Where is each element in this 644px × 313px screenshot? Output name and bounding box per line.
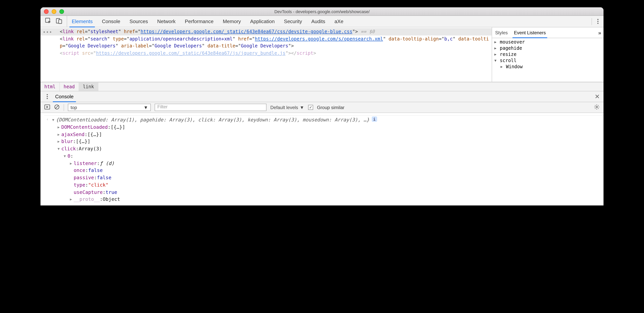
dom-node-selected[interactable]: ••• <link rel="stylesheet" href="https:/…: [40, 28, 492, 35]
minimize-window-button[interactable]: [52, 9, 56, 14]
property-key: passive: [74, 174, 94, 182]
property-key: ajaxSend: [61, 131, 84, 138]
event-listener-item[interactable]: ▼scroll: [492, 57, 604, 64]
console-output[interactable]: ‹ ▼ {DOMContentLoaded: Array(1), pagehid…: [40, 113, 604, 205]
dom-node[interactable]: <link rel="search" type="application/ope…: [40, 35, 492, 49]
inspect-element-icon[interactable]: [45, 18, 51, 25]
disclosure-triangle-icon[interactable]: ▶: [494, 52, 498, 56]
disclosure-triangle-icon[interactable]: ▼: [62, 153, 68, 159]
tab-memory[interactable]: Memory: [218, 16, 246, 27]
dom-tree: ••• <link rel="stylesheet" href="https:/…: [40, 27, 492, 57]
property-value: ƒ (d): [100, 160, 114, 167]
console-drawer-header: Console ✕: [40, 91, 604, 102]
property-value: [{…}]: [88, 131, 102, 138]
disclosure-triangle-icon[interactable]: ▼: [50, 116, 56, 123]
context-selector[interactable]: top ▼: [68, 104, 151, 111]
console-object-row[interactable]: ▶listener: ƒ (d): [44, 160, 604, 167]
device-toggle-icon[interactable]: [56, 18, 62, 25]
tab-security[interactable]: Security: [280, 16, 307, 27]
breadcrumb-item[interactable]: head: [60, 82, 79, 91]
info-badge-icon[interactable]: i: [372, 116, 377, 122]
clear-console-icon[interactable]: [54, 104, 60, 111]
separator: [592, 18, 592, 25]
elements-panel[interactable]: ••• <link rel="stylesheet" href="https:/…: [40, 27, 492, 82]
console-object-row[interactable]: ▶blur: [{…}]: [44, 138, 604, 146]
filter-input[interactable]: Filter: [155, 104, 266, 111]
disclosure-triangle-icon[interactable]: ▶: [494, 40, 498, 44]
property-key: type: [74, 182, 85, 189]
console-object-row[interactable]: once: false: [44, 167, 604, 174]
svg-line-5: [56, 105, 58, 108]
disclosure-triangle-icon[interactable]: ▼: [56, 145, 61, 152]
property-value: Array(3): [79, 145, 102, 153]
tab-network[interactable]: Network: [152, 16, 180, 27]
tab-sources[interactable]: Sources: [125, 16, 152, 27]
sidebar-tab-event-listeners[interactable]: Event Listeners: [513, 27, 546, 38]
separator: [64, 104, 64, 111]
disclosure-triangle-icon[interactable]: ▶: [494, 46, 498, 50]
disclosure-triangle-icon[interactable]: ▶: [56, 138, 61, 145]
event-listeners-list: ▶mouseover ▶pagehide ▶resize ▼scroll ▶Wi…: [492, 38, 604, 70]
execute-icon[interactable]: [44, 104, 50, 111]
property-value: [{…}]: [76, 138, 90, 146]
property-key: DOMContentLoaded: [61, 124, 108, 131]
tab-console[interactable]: Console: [97, 16, 125, 27]
property-key: once: [74, 167, 85, 174]
disclosure-triangle-icon: [68, 182, 74, 183]
sidebar-more-icon[interactable]: »: [598, 29, 601, 36]
property-value: false: [97, 174, 111, 182]
property-key: listener: [74, 160, 97, 167]
expand-ellipsis-icon[interactable]: •••: [43, 29, 52, 36]
breadcrumb-item[interactable]: html: [40, 82, 60, 91]
disclosure-triangle-icon: [68, 189, 74, 190]
more-menu-icon[interactable]: [594, 18, 601, 25]
event-listener-target[interactable]: ▶Window: [492, 64, 604, 70]
drawer-menu-icon[interactable]: [44, 93, 50, 100]
dom-node-partial[interactable]: <script src="https://developers.google.c…: [40, 50, 492, 57]
tab-audits[interactable]: Audits: [307, 16, 330, 27]
console-object-row[interactable]: ▶ajaxSend: [{…}]: [44, 131, 604, 138]
event-listener-item[interactable]: ▶resize: [492, 51, 604, 57]
elements-split: ••• <link rel="stylesheet" href="https:/…: [40, 27, 604, 82]
disclosure-triangle-icon[interactable]: ▶: [500, 65, 504, 69]
toolbar-left-icons: [40, 16, 67, 27]
console-settings-icon[interactable]: [594, 104, 600, 111]
console-object-row[interactable]: ▼0:: [44, 153, 604, 160]
dropdown-icon: ▼: [144, 105, 148, 110]
console-object-row[interactable]: passive: false: [44, 174, 604, 182]
traffic-lights: [40, 9, 64, 14]
back-arrow-icon: ‹: [44, 116, 50, 123]
disclosure-triangle-icon[interactable]: ▶: [56, 131, 61, 137]
group-similar-checkbox[interactable]: ✓: [308, 105, 313, 110]
main-toolbar: Elements Console Sources Network Perform…: [40, 16, 604, 27]
console-object-row[interactable]: ▶DOMContentLoaded: [{…}]: [44, 124, 604, 131]
property-key: __proto__: [74, 196, 100, 203]
console-message[interactable]: ‹ ▼ {DOMContentLoaded: Array(1), pagehid…: [44, 116, 604, 124]
console-object-row[interactable]: ▼click: Array(3): [44, 145, 604, 153]
toolbar-right: [589, 16, 604, 27]
close-window-button[interactable]: [44, 9, 48, 14]
tab-elements[interactable]: Elements: [67, 16, 97, 27]
log-levels-selector[interactable]: Default levels ▼: [270, 105, 304, 110]
console-object-row[interactable]: ▶__proto__: Object: [44, 196, 604, 203]
event-listener-item[interactable]: ▶pagehide: [492, 45, 604, 51]
breadcrumb-item-selected[interactable]: link: [79, 82, 98, 91]
svg-rect-2: [58, 20, 62, 23]
console-object-row[interactable]: useCapture: true: [44, 189, 604, 196]
property-key: blur: [61, 138, 73, 146]
disclosure-triangle-icon[interactable]: ▶: [68, 196, 74, 202]
maximize-window-button[interactable]: [60, 9, 64, 14]
tab-axe[interactable]: aXe: [330, 16, 348, 27]
event-listener-item[interactable]: ▶mouseover: [492, 39, 604, 45]
tab-application[interactable]: Application: [246, 16, 279, 27]
property-value: "click": [88, 182, 108, 189]
console-object-row[interactable]: type: "click": [44, 182, 604, 189]
disclosure-triangle-icon[interactable]: ▶: [56, 124, 61, 130]
disclosure-triangle-icon[interactable]: ▼: [494, 59, 498, 62]
sidebar-tab-styles[interactable]: Styles: [494, 27, 508, 38]
tab-performance[interactable]: Performance: [180, 16, 218, 27]
disclosure-triangle-icon[interactable]: ▶: [68, 160, 74, 166]
drawer-tab-console[interactable]: Console: [54, 91, 75, 102]
close-drawer-icon[interactable]: ✕: [595, 93, 600, 100]
property-value: Object: [103, 196, 120, 203]
